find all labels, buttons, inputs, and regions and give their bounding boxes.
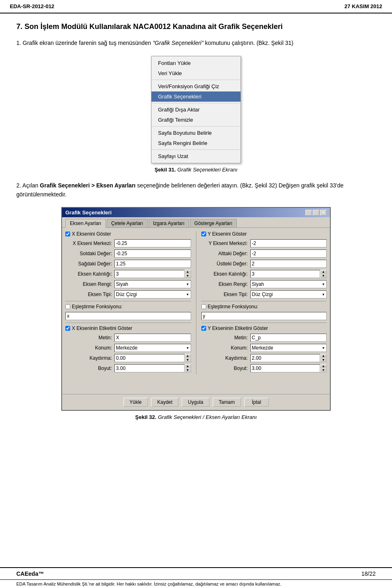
minimize-button[interactable]: _ [305,210,312,216]
maximize-button[interactable]: □ [313,210,319,216]
y-kaydirma-up[interactable]: ▲ [320,354,327,358]
y-metin-row: Metin: [201,334,327,342]
y-renk-select[interactable]: Siyah ▼ [250,280,327,288]
y-eslestirme-checkbox[interactable] [201,304,206,309]
y-goster-checkbox[interactable] [201,232,206,236]
y-tipi-value: Düz Çizgi [252,292,273,297]
step1-before: 1. Grafik ekran üzerinde farenin sağ tuş… [16,40,153,46]
x-etiket-row: X Ekseninin Etiketini Göster [65,325,191,331]
y-renk-arrow: ▼ [322,283,325,286]
y-boyut-down[interactable]: ▼ [320,368,327,372]
y-metin-input[interactable] [250,334,327,342]
dialog-empty-space [65,374,327,391]
x-kalinlik-input[interactable] [114,270,185,278]
figure2-container: Grafik Seçenekleri _ □ ✕ Eksen Ayarları … [16,207,376,420]
ustteki-row: Üstteki Değer: [201,260,327,268]
y-boyut-input[interactable] [250,364,321,372]
soldaki-label: Soldaki Değer: [65,251,114,256]
x-goster-checkbox[interactable] [65,232,70,236]
x-kaydirma-down[interactable]: ▼ [185,358,191,362]
sagdaki-input[interactable] [114,260,191,268]
alttaki-input[interactable] [250,249,327,258]
x-merkezi-label: X Ekseni Merkezi: [65,241,114,246]
alttaki-row: Alttaki Değer: [201,249,327,258]
step2-text: 2. Açılan Grafik Seçenekleri > Eksen Aya… [16,181,376,199]
menu-item-sayfayi-uzat[interactable]: Sayfayı Uzat [151,151,241,161]
x-kalinlik-up[interactable]: ▲ [185,270,191,274]
x-boyut-down[interactable]: ▼ [185,368,191,372]
x-tipi-select[interactable]: Düz Çizgi ▼ [114,290,191,298]
menu-item-fontlari-yukle[interactable]: Fontları Yükle [151,58,241,68]
y-konum-row: Konum: Merkezde ▼ [201,344,327,352]
main-content: 7. Son İşlem Modülü Kullanılarak NACA001… [0,13,392,437]
ustteki-label: Üstteki Değer: [201,261,250,267]
tab-cetele-ayarlari[interactable]: Çetele Ayarları [107,219,148,227]
x-metin-row: Metin: [65,334,191,342]
y-tipi-select[interactable]: Düz Çizgi ▼ [250,290,327,298]
y-boyut-spin: ▲ ▼ [250,364,327,372]
x-boyut-up[interactable]: ▲ [185,364,191,368]
x-konum-row: Konum: Merkezde ▼ [65,344,191,352]
menu-item-veri-yukle[interactable]: Veri Yükle [151,68,241,78]
close-button[interactable]: ✕ [320,210,327,216]
dialog-body: X Eksenini Göster X Ekseni Merkezi: Sold… [62,228,330,394]
x-eslestirme-input[interactable] [65,312,191,320]
x-kaydirma-label: Kaydırma: [65,355,114,361]
y-kalinlik-up[interactable]: ▲ [320,270,327,274]
x-konum-select[interactable]: Merkezde ▼ [114,344,191,352]
x-konum-arrow: ▼ [186,346,189,350]
menu-separator-2 [151,103,241,103]
y-etiket-row: Y Ekseninin Etiketini Göster [201,325,327,331]
x-eslestirme-checkbox[interactable] [65,304,70,309]
x-tipi-arrow: ▼ [186,293,189,296]
y-boyut-up[interactable]: ▲ [320,364,327,368]
menu-item-grafigi-disa[interactable]: Grafiği Dışa Aktar [151,105,241,115]
x-renk-label: Eksen Rengi: [65,281,114,287]
footer-section: CAEeda™ 18/22 EDA Tasarım Analiz Mühendi… [0,567,392,588]
y-etiket-checkbox[interactable] [201,326,206,331]
x-merkezi-input[interactable] [114,239,191,247]
menu-item-grafigi-temizle[interactable]: Grafiği Temizle [151,115,241,125]
y-kaydirma-spinners: ▲ ▼ [320,354,327,362]
tab-eksen-ayarlari[interactable]: Eksen Ayarları [65,219,106,228]
y-eslestirme-label: Eşleştirme Fonksiyonu: [208,304,258,310]
y-konum-select[interactable]: Merkezde ▼ [250,344,327,352]
x-kaydirma-input[interactable] [114,354,185,362]
x-etiket-checkbox[interactable] [65,326,70,331]
y-kaydirma-input[interactable] [250,354,321,362]
y-kaydirma-down[interactable]: ▼ [320,358,327,362]
menu-item-sayfa-rengi[interactable]: Sayfa Rengini Belirle [151,138,241,148]
ustteki-input[interactable] [250,260,327,268]
y-merkezi-input[interactable] [250,239,327,247]
kaydet-button[interactable]: Kaydet [151,398,178,407]
soldaki-input[interactable] [114,249,191,258]
alttaki-label: Alttaki Değer: [201,251,250,256]
x-tipi-label: Eksen Tipi: [65,292,114,297]
tab-izgara-ayarlari[interactable]: Izgara Ayarları [149,219,189,227]
y-eslestirme-input[interactable] [201,312,327,320]
x-boyut-input[interactable] [114,364,185,372]
y-kalinlik-input[interactable] [250,270,321,278]
menu-item-sayfa-boyutu[interactable]: Sayfa Boyutunu Belirle [151,128,241,138]
x-boyut-row: Boyut: ▲ ▼ [65,364,191,372]
x-kaydirma-up[interactable]: ▲ [185,354,191,358]
menu-item-grafik-secenekleri[interactable]: Grafik Seçenekleri [151,91,241,102]
x-metin-input[interactable] [114,334,191,342]
y-separator [201,301,327,301]
menu-item-veri-fonksiyon[interactable]: Veri/Fonksiyon Grafiği Çiz [151,81,241,91]
x-renk-select[interactable]: Siyah ▼ [114,280,191,288]
y-kalinlik-down[interactable]: ▼ [320,274,327,278]
tab-gosterge-ayarlari[interactable]: Gösterge Ayarları [190,219,237,227]
y-tipi-arrow: ▼ [322,293,325,296]
iptal-button[interactable]: İptal [244,398,269,407]
tamam-button[interactable]: Tamam [213,398,241,407]
step1-italic: "Grafik Seçenekleri" [153,40,203,46]
x-konum-label: Konum: [65,345,114,351]
yukle-button[interactable]: Yükle [123,398,148,407]
sagdaki-row: Sağdaki Değer: [65,260,191,268]
dialog-footer: Yükle Kaydet Uygula Tamam İptal [62,394,330,410]
x-kalinlik-spin: ▲ ▼ [114,270,191,278]
x-kalinlik-down[interactable]: ▼ [185,274,191,278]
page-header: EDA-SR-2012-012 27 KASIM 2012 [0,0,392,13]
uygula-button[interactable]: Uygula [182,398,209,407]
